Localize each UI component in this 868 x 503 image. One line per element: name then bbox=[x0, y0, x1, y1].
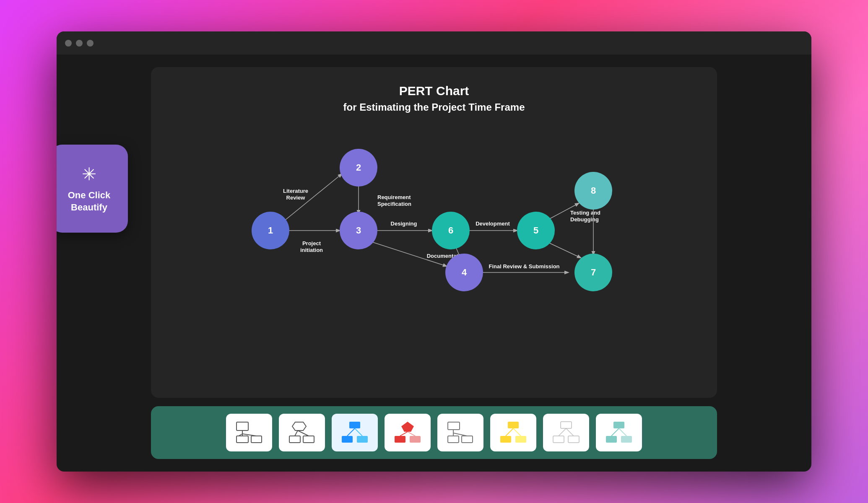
svg-text:Specification: Specification bbox=[377, 201, 411, 207]
svg-line-54 bbox=[355, 428, 362, 436]
toolbar-item-5[interactable] bbox=[437, 414, 483, 451]
pert-chart-svg: Literature Review Project initiation Req… bbox=[176, 122, 692, 323]
svg-line-58 bbox=[400, 432, 408, 436]
app-badge: ✳ One Click Beautify bbox=[57, 145, 128, 233]
app-icon: ✳ bbox=[82, 164, 96, 184]
svg-marker-55 bbox=[401, 422, 414, 432]
svg-line-79 bbox=[619, 428, 626, 436]
svg-text:Development: Development bbox=[476, 220, 510, 227]
svg-rect-76 bbox=[606, 436, 617, 443]
svg-text:Literature: Literature bbox=[283, 188, 308, 194]
toolbar-item-8[interactable] bbox=[596, 414, 642, 451]
toolbar-item-2[interactable] bbox=[279, 414, 325, 451]
svg-rect-66 bbox=[500, 436, 511, 443]
svg-rect-60 bbox=[448, 422, 460, 430]
minimize-button[interactable] bbox=[76, 40, 83, 47]
svg-text:5: 5 bbox=[533, 225, 538, 236]
svg-rect-40 bbox=[236, 436, 248, 443]
svg-line-69 bbox=[513, 428, 521, 436]
svg-rect-41 bbox=[251, 436, 262, 443]
svg-rect-77 bbox=[621, 436, 632, 443]
svg-rect-50 bbox=[349, 422, 360, 428]
svg-line-73 bbox=[559, 428, 566, 436]
svg-line-49 bbox=[298, 430, 309, 436]
svg-line-59 bbox=[408, 432, 415, 436]
svg-rect-75 bbox=[613, 422, 624, 428]
svg-text:Designing: Designing bbox=[391, 220, 417, 227]
toolbar-item-3[interactable] bbox=[332, 414, 378, 451]
svg-line-64 bbox=[453, 433, 467, 436]
svg-line-78 bbox=[611, 428, 619, 436]
svg-text:4: 4 bbox=[462, 267, 467, 277]
svg-text:Requirement: Requirement bbox=[377, 194, 411, 200]
svg-text:3: 3 bbox=[356, 225, 361, 236]
svg-text:Review: Review bbox=[286, 194, 306, 201]
svg-text:7: 7 bbox=[591, 267, 596, 277]
svg-text:Project: Project bbox=[302, 240, 321, 246]
svg-text:Testing and: Testing and bbox=[570, 210, 600, 216]
svg-text:Final Review & Submission: Final Review & Submission bbox=[489, 263, 559, 270]
toolbar-item-1[interactable] bbox=[226, 414, 272, 451]
svg-line-68 bbox=[506, 428, 513, 436]
svg-rect-56 bbox=[395, 436, 405, 443]
title-bar bbox=[57, 31, 811, 54]
svg-marker-45 bbox=[292, 422, 306, 430]
svg-rect-65 bbox=[508, 422, 519, 428]
main-content: PERT Chart for Estimating the Project Ti… bbox=[57, 54, 811, 472]
svg-line-74 bbox=[566, 428, 574, 436]
toolbar-item-7[interactable] bbox=[543, 414, 589, 451]
toolbar-item-6[interactable] bbox=[490, 414, 536, 451]
svg-rect-46 bbox=[289, 436, 300, 443]
svg-rect-61 bbox=[448, 436, 459, 443]
svg-rect-57 bbox=[410, 436, 421, 443]
close-button[interactable] bbox=[65, 40, 72, 47]
chart-title: PERT Chart for Estimating the Project Ti… bbox=[176, 84, 692, 113]
svg-rect-52 bbox=[357, 436, 368, 443]
chart-container: PERT Chart for Estimating the Project Ti… bbox=[151, 67, 717, 398]
svg-line-48 bbox=[295, 430, 298, 436]
svg-text:1: 1 bbox=[268, 225, 273, 236]
svg-text:6: 6 bbox=[448, 225, 453, 236]
chart-title-line1: PERT Chart bbox=[176, 84, 692, 98]
svg-rect-67 bbox=[515, 436, 526, 443]
svg-text:2: 2 bbox=[356, 162, 361, 173]
svg-line-53 bbox=[347, 428, 355, 436]
svg-rect-51 bbox=[342, 436, 353, 443]
svg-rect-70 bbox=[561, 422, 572, 428]
maximize-button[interactable] bbox=[87, 40, 94, 47]
toolbar-item-4[interactable] bbox=[385, 414, 431, 451]
svg-text:8: 8 bbox=[591, 185, 596, 196]
main-window: ✳ One Click Beautify PERT Chart for Esti… bbox=[57, 31, 811, 472]
bottom-toolbar bbox=[151, 406, 717, 459]
svg-rect-71 bbox=[553, 436, 564, 443]
svg-rect-62 bbox=[462, 436, 473, 443]
app-title: One Click Beautify bbox=[57, 189, 128, 213]
chart-title-line2: for Estimating the Project Time Frame bbox=[176, 101, 692, 113]
svg-text:Debugging: Debugging bbox=[570, 216, 599, 223]
svg-rect-47 bbox=[303, 436, 314, 443]
svg-line-19 bbox=[545, 241, 581, 258]
svg-rect-39 bbox=[236, 422, 248, 430]
svg-text:initiation: initiation bbox=[300, 247, 323, 253]
svg-rect-72 bbox=[568, 436, 579, 443]
